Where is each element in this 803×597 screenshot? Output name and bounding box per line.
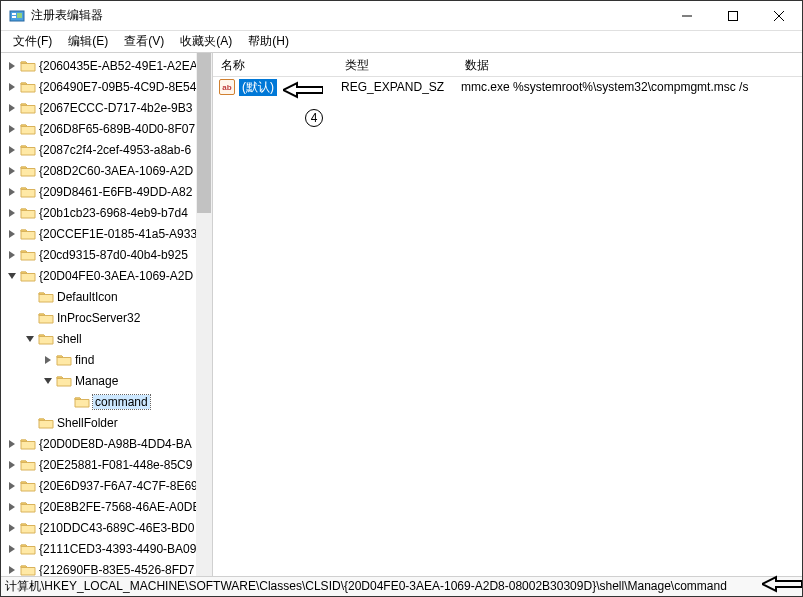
tree-node-label[interactable]: {208D2C60-3AEA-1069-A2D	[39, 164, 193, 178]
svg-marker-20	[45, 356, 51, 364]
expand-toggle-icon[interactable]	[5, 458, 19, 472]
tree-node[interactable]: shell	[1, 328, 212, 349]
tree-node-label[interactable]: {212690FB-83E5-4526-8FD7	[39, 563, 194, 577]
tree-node[interactable]: {208D2C60-3AEA-1069-A2D	[1, 160, 212, 181]
tree-node-label[interactable]: shell	[57, 332, 82, 346]
tree-node-label[interactable]: {2111CED3-4393-4490-BA09	[39, 542, 196, 556]
tree-node-label[interactable]: {20cd9315-87d0-40b4-b925	[39, 248, 188, 262]
tree-node-label[interactable]: {20D04FE0-3AEA-1069-A2D	[39, 269, 193, 283]
tree-node[interactable]: {206D8F65-689B-40D0-8F07	[1, 118, 212, 139]
svg-marker-28	[9, 566, 15, 574]
tree-node-label[interactable]: command	[93, 395, 150, 409]
menu-view[interactable]: 查看(V)	[116, 31, 172, 52]
string-value-icon: ab	[219, 79, 235, 95]
tree-node[interactable]: {2060435E-AB52-49E1-A2EA	[1, 55, 212, 76]
tree-scrollbar[interactable]	[196, 53, 212, 576]
tree-node-label[interactable]: {2060435E-AB52-49E1-A2EA	[39, 59, 198, 73]
minimize-button[interactable]	[664, 1, 710, 31]
expand-toggle-icon[interactable]	[5, 122, 19, 136]
expand-toggle-icon[interactable]	[41, 353, 55, 367]
menu-favorites[interactable]: 收藏夹(A)	[172, 31, 240, 52]
tree-node-label[interactable]: {206490E7-09B5-4C9D-8E54	[39, 80, 196, 94]
expand-toggle-icon[interactable]	[5, 143, 19, 157]
expand-toggle-icon[interactable]	[5, 437, 19, 451]
tree-node[interactable]: {20CCEF1E-0185-41a5-A933	[1, 223, 212, 244]
tree-node[interactable]: {20D0DE8D-A98B-4DD4-BA	[1, 433, 212, 454]
folder-icon	[20, 164, 36, 178]
menu-file[interactable]: 文件(F)	[5, 31, 60, 52]
tree-node[interactable]: {2087c2f4-2cef-4953-a8ab-6	[1, 139, 212, 160]
tree-node-label[interactable]: {2087c2f4-2cef-4953-a8ab-6	[39, 143, 191, 157]
tree-node-label[interactable]: {20E25881-F081-448e-85C9	[39, 458, 192, 472]
tree-node-label[interactable]: InProcServer32	[57, 311, 140, 325]
svg-marker-27	[9, 545, 15, 553]
tree-node[interactable]: InProcServer32	[1, 307, 212, 328]
list-pane[interactable]: 名称 类型 数据 ab (默认) REG_EXPAND_SZ mmc.exe %…	[213, 53, 802, 576]
tree-node[interactable]: find	[1, 349, 212, 370]
svg-rect-5	[729, 11, 738, 20]
folder-icon	[38, 290, 54, 304]
column-data[interactable]: 数据	[457, 53, 802, 76]
tree-node[interactable]: {20cd9315-87d0-40b4-b925	[1, 244, 212, 265]
tree-pane[interactable]: {2060435E-AB52-49E1-A2EA{206490E7-09B5-4…	[1, 53, 213, 576]
tree-node[interactable]: {20D04FE0-3AEA-1069-A2D	[1, 265, 212, 286]
expand-toggle-icon[interactable]	[5, 521, 19, 535]
tree-node-label[interactable]: {210DDC43-689C-46E3-BD0	[39, 521, 194, 535]
column-type[interactable]: 类型	[337, 53, 457, 76]
folder-icon	[38, 311, 54, 325]
tree-node[interactable]: {209D8461-E6FB-49DD-A82	[1, 181, 212, 202]
maximize-button[interactable]	[710, 1, 756, 31]
expand-toggle-icon[interactable]	[5, 80, 19, 94]
tree-node[interactable]: {212690FB-83E5-4526-8FD7	[1, 559, 212, 576]
expand-toggle-icon[interactable]	[5, 248, 19, 262]
folder-icon	[20, 479, 36, 493]
tree-node[interactable]: DefaultIcon	[1, 286, 212, 307]
tree-node-label[interactable]: {206D8F65-689B-40D0-8F07	[39, 122, 195, 136]
tree-node-label[interactable]: find	[75, 353, 94, 367]
tree-node-label[interactable]: {20E6D937-F6A7-4C7F-8E69	[39, 479, 198, 493]
menu-edit[interactable]: 编辑(E)	[60, 31, 116, 52]
tree-node[interactable]: command	[1, 391, 212, 412]
tree-node-label[interactable]: {20D0DE8D-A98B-4DD4-BA	[39, 437, 192, 451]
tree-node-label[interactable]: ShellFolder	[57, 416, 118, 430]
tree-node[interactable]: {20E6D937-F6A7-4C7F-8E69	[1, 475, 212, 496]
tree-node[interactable]: {20b1cb23-6968-4eb9-b7d4	[1, 202, 212, 223]
tree-node[interactable]: {20E8B2FE-7568-46AE-A0DB	[1, 496, 212, 517]
expand-toggle-icon[interactable]	[5, 479, 19, 493]
expand-toggle-icon[interactable]	[5, 59, 19, 73]
expand-toggle-icon[interactable]	[5, 101, 19, 115]
tree-node[interactable]: {2111CED3-4393-4490-BA09	[1, 538, 212, 559]
tree-node[interactable]: {20E25881-F081-448e-85C9	[1, 454, 212, 475]
collapse-toggle-icon[interactable]	[41, 374, 55, 388]
expand-toggle-icon[interactable]	[5, 206, 19, 220]
expand-toggle-icon[interactable]	[5, 227, 19, 241]
tree-node[interactable]: ShellFolder	[1, 412, 212, 433]
expand-toggle-icon[interactable]	[5, 563, 19, 577]
collapse-toggle-icon[interactable]	[5, 269, 19, 283]
tree-node-label[interactable]: {20b1cb23-6968-4eb9-b7d4	[39, 206, 188, 220]
expand-toggle-icon[interactable]	[5, 164, 19, 178]
window-controls	[664, 1, 802, 31]
expand-toggle-icon[interactable]	[5, 500, 19, 514]
value-name[interactable]: (默认)	[239, 79, 277, 96]
tree-node-label[interactable]: {2067ECCC-D717-4b2e-9B3	[39, 101, 192, 115]
tree-node[interactable]: {206490E7-09B5-4C9D-8E54	[1, 76, 212, 97]
expand-toggle-icon[interactable]	[5, 185, 19, 199]
main-split: {2060435E-AB52-49E1-A2EA{206490E7-09B5-4…	[1, 53, 802, 576]
list-row[interactable]: ab (默认) REG_EXPAND_SZ mmc.exe %systemroo…	[213, 77, 802, 97]
tree-node[interactable]: Manage	[1, 370, 212, 391]
tree-node-label[interactable]: {20CCEF1E-0185-41a5-A933	[39, 227, 197, 241]
svg-rect-2	[12, 16, 16, 18]
tree-node[interactable]: {210DDC43-689C-46E3-BD0	[1, 517, 212, 538]
tree-node[interactable]: {2067ECCC-D717-4b2e-9B3	[1, 97, 212, 118]
expand-toggle-icon[interactable]	[5, 542, 19, 556]
column-name[interactable]: 名称	[213, 53, 337, 76]
menu-help[interactable]: 帮助(H)	[240, 31, 297, 52]
close-button[interactable]	[756, 1, 802, 31]
tree-node-label[interactable]: Manage	[75, 374, 118, 388]
tree-scrollbar-thumb[interactable]	[197, 53, 211, 213]
tree-node-label[interactable]: {20E8B2FE-7568-46AE-A0DB	[39, 500, 200, 514]
collapse-toggle-icon[interactable]	[23, 332, 37, 346]
tree-node-label[interactable]: {209D8461-E6FB-49DD-A82	[39, 185, 192, 199]
tree-node-label[interactable]: DefaultIcon	[57, 290, 118, 304]
